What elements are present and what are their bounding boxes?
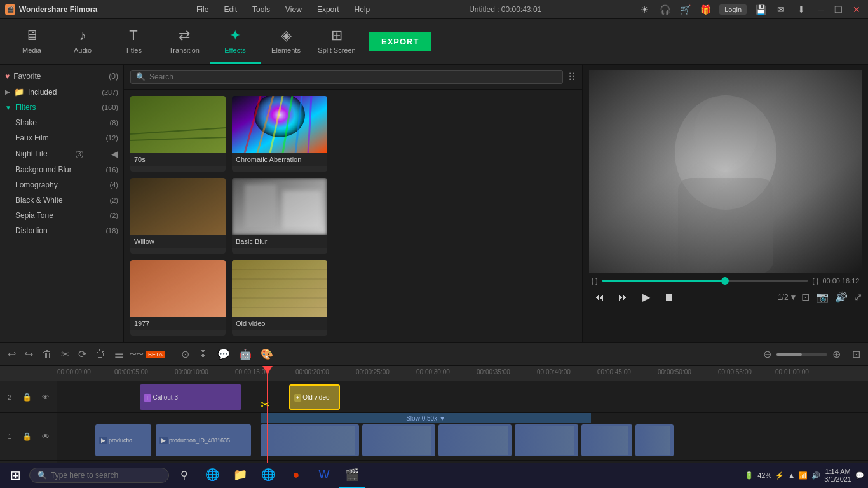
fullscreen-icon[interactable]: ⤢ — [854, 291, 862, 303]
track1-lock-icon[interactable]: 🔒 — [22, 432, 32, 441]
menu-file[interactable]: File — [194, 4, 211, 15]
taskbar-chrome[interactable]: 🌐 — [255, 463, 281, 488]
maximize-button[interactable]: ❑ — [832, 4, 845, 15]
login-button[interactable]: Login — [719, 4, 747, 15]
effect-card-willow[interactable]: Willow — [130, 178, 226, 254]
export-button[interactable]: EXPORT — [369, 32, 431, 51]
sidebar-item-black-white[interactable]: Black & White (2) — [0, 193, 123, 208]
sidebar-item-night-life[interactable]: Night Life (3) ◀ — [0, 146, 123, 162]
toolbar-audio[interactable]: ♪ Audio — [57, 20, 108, 64]
seek-bar[interactable] — [602, 280, 808, 282]
page-dropdown-icon[interactable]: ▼ — [790, 293, 797, 302]
sidebar-item-sepia-tone[interactable]: Sepia Tone (2) — [0, 208, 123, 223]
sidebar-item-shake[interactable]: Shake (8) — [0, 115, 123, 130]
taskbar-edge[interactable]: 🌐 — [200, 463, 225, 488]
start-button[interactable]: ⊞ — [4, 464, 27, 487]
grid-icon[interactable]: ⠿ — [568, 71, 576, 83]
speed-button[interactable]: ⏱ — [93, 348, 108, 362]
transition-icon: ⇄ — [179, 27, 190, 44]
stop-button[interactable]: ⏹ — [659, 289, 679, 306]
effect-card-chromatic[interactable]: Chromatic Aberration — [232, 96, 327, 172]
brightness-icon[interactable]: ☀ — [638, 3, 651, 16]
toolbar-titles[interactable]: T Titles — [108, 20, 159, 64]
download-icon[interactable]: ⬇ — [795, 3, 808, 16]
clip-video6[interactable] — [635, 424, 674, 456]
voice-button[interactable]: 🎙 — [196, 348, 211, 362]
zoom-slider[interactable] — [776, 353, 827, 356]
mask-button[interactable]: ⊙ — [179, 347, 192, 362]
track2-lock-icon[interactable]: 🔒 — [22, 393, 32, 402]
save-icon[interactable]: 💾 — [754, 3, 767, 16]
close-button[interactable]: ✕ — [850, 4, 863, 15]
copy-button[interactable]: ⟳ — [76, 347, 89, 362]
sidebar-item-distortion[interactable]: Distortion (18) — [0, 223, 123, 238]
sidebar-item-faux-film[interactable]: Faux Film (12) — [0, 130, 123, 146]
taskbar-filmora[interactable]: 🎬 — [339, 463, 365, 488]
toolbar-splitscreen-label: Split Screen — [318, 46, 355, 54]
toolbar-media[interactable]: 🖥 Media — [6, 20, 57, 64]
zoom-in-button[interactable]: ⊕ — [830, 347, 843, 362]
clip-video4[interactable] — [515, 424, 578, 456]
screen-mirror-icon[interactable]: ⊡ — [801, 291, 810, 303]
clip-production1[interactable]: ▶productio... — [95, 424, 151, 456]
screenshot-icon[interactable]: 📷 — [816, 291, 829, 303]
track1-eye-icon[interactable]: 👁 — [42, 432, 50, 441]
effect-card-70s[interactable]: 70s — [130, 96, 226, 172]
menu-export[interactable]: Export — [315, 4, 342, 15]
clip-video5[interactable] — [581, 424, 632, 456]
taskbar-search-button[interactable]: ⚲ — [172, 463, 197, 488]
undo-button[interactable]: ↩ — [5, 347, 18, 362]
gift-icon[interactable]: 🎁 — [699, 3, 712, 16]
effect-card-old-video[interactable]: Old video — [232, 260, 327, 336]
sidebar-item-background-blur[interactable]: Background Blur (16) — [0, 162, 123, 177]
zoom-out-button[interactable]: ⊖ — [761, 347, 774, 362]
menu-edit[interactable]: Edit — [221, 4, 240, 15]
taskbar-chrome2[interactable]: ● — [283, 463, 309, 488]
menu-view[interactable]: View — [283, 4, 304, 15]
toolbar-transition[interactable]: ⇄ Transition — [159, 20, 210, 64]
step-back-button[interactable]: ⏭ — [613, 289, 634, 306]
menu-help[interactable]: Help — [352, 4, 373, 15]
taskbar-files[interactable]: 📁 — [227, 463, 253, 488]
skip-back-button[interactable]: ⏮ — [589, 289, 609, 306]
title-bar-left: 🎬 Wondershare Filmora — [5, 4, 97, 15]
subtitle-button[interactable]: 💬 — [215, 347, 233, 362]
track2-eye-icon[interactable]: 👁 — [42, 393, 50, 402]
cart-icon[interactable]: 🛒 — [679, 3, 691, 16]
clip-production2[interactable]: ▶production_ID_4881635 — [156, 424, 251, 456]
taskbar-search-input[interactable] — [51, 471, 153, 480]
delete-button[interactable]: 🗑 — [39, 348, 55, 362]
color-button[interactable]: 🎨 — [258, 347, 276, 362]
fit-button[interactable]: ⊡ — [850, 347, 863, 362]
menu-tools[interactable]: Tools — [250, 4, 273, 15]
play-button[interactable]: ▶ — [637, 288, 655, 306]
notification-icon[interactable]: 💬 — [855, 471, 864, 480]
sidebar-item-lomography[interactable]: Lomography (4) — [0, 177, 123, 193]
redo-button[interactable]: ↪ — [22, 347, 36, 362]
sidebar-favorite[interactable]: ♥ Favorite (0) — [0, 69, 123, 84]
clip-video2[interactable] — [362, 424, 435, 456]
audio-wave-button[interactable]: 〜〜 BETA — [130, 349, 165, 359]
adjust-button[interactable]: ⚌ — [112, 347, 126, 362]
cut-button[interactable]: ✂ — [58, 347, 72, 362]
clip-video1[interactable] — [261, 424, 359, 456]
clip-old-video-overlay[interactable]: +Old video — [289, 384, 340, 410]
effect-card-basic-blur[interactable]: Basic Blur — [232, 178, 327, 254]
ai-button[interactable]: 🤖 — [236, 347, 254, 362]
sidebar-filters[interactable]: ▼ Filters (160) — [0, 100, 123, 115]
clip-video3[interactable] — [438, 424, 512, 456]
headphone-icon[interactable]: 🎧 — [658, 3, 671, 16]
mail-icon[interactable]: ✉ — [775, 3, 787, 16]
search-input[interactable] — [149, 72, 557, 81]
toolbar-splitscreen[interactable]: ⊞ Split Screen — [311, 20, 362, 64]
minimize-button[interactable]: ─ — [815, 4, 827, 15]
toolbar-effects[interactable]: ✦ Effects — [210, 20, 261, 64]
volume-icon[interactable]: 🔊 — [835, 291, 848, 303]
sidebar-included[interactable]: ▶ 📁 Included (287) — [0, 84, 123, 100]
effect-card-1977[interactable]: 1977 — [130, 260, 226, 336]
taskbar-word[interactable]: W — [311, 463, 337, 488]
volume-tray-icon[interactable]: 🔊 — [811, 471, 820, 480]
clip-video4-thumb — [519, 426, 574, 455]
clip-callout3[interactable]: TCallout 3 — [140, 384, 241, 410]
toolbar-elements[interactable]: ◈ Elements — [261, 20, 311, 64]
